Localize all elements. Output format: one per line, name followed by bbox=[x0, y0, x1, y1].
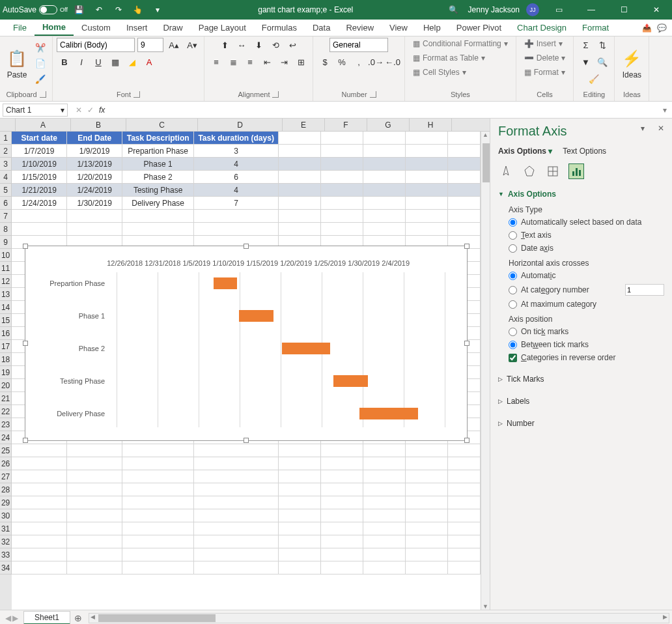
align-right-icon[interactable]: ≡ bbox=[242, 55, 258, 69]
cell[interactable] bbox=[363, 496, 406, 509]
opt-text-axis[interactable]: Text axis bbox=[509, 229, 664, 242]
cell[interactable] bbox=[279, 132, 321, 145]
row-header-30[interactable]: 30 bbox=[0, 509, 12, 522]
cell[interactable] bbox=[279, 210, 321, 223]
tab-review[interactable]: Review bbox=[338, 20, 382, 35]
cell[interactable] bbox=[448, 210, 481, 223]
cell[interactable]: 1/10/2019 bbox=[12, 158, 67, 171]
col-header-D[interactable]: D bbox=[198, 119, 283, 131]
cell[interactable]: 1/20/2019 bbox=[67, 171, 122, 184]
cell[interactable] bbox=[279, 184, 321, 197]
cell[interactable] bbox=[122, 483, 194, 496]
cell[interactable] bbox=[279, 197, 321, 210]
cell[interactable]: 7 bbox=[194, 197, 279, 210]
cell[interactable] bbox=[363, 457, 406, 470]
sheet-prev-icon[interactable]: ◀ bbox=[5, 614, 11, 623]
cell[interactable] bbox=[448, 444, 481, 457]
cell[interactable] bbox=[194, 496, 279, 509]
close-icon[interactable]: ✕ bbox=[643, 1, 669, 19]
cell[interactable] bbox=[12, 444, 67, 457]
cell[interactable] bbox=[279, 223, 321, 236]
alignment-launcher[interactable] bbox=[272, 91, 279, 98]
row-header-33[interactable]: 33 bbox=[0, 548, 12, 561]
reverse-order[interactable]: Categories in reverse order bbox=[509, 351, 664, 364]
cell[interactable] bbox=[406, 197, 448, 210]
row-header-18[interactable]: 18 bbox=[0, 353, 12, 366]
row-header-32[interactable]: 32 bbox=[0, 535, 12, 548]
cell[interactable] bbox=[122, 444, 194, 457]
cell[interactable]: 1/7/2019 bbox=[12, 145, 67, 158]
align-left-icon[interactable]: ≡ bbox=[208, 55, 224, 69]
cell[interactable] bbox=[448, 548, 481, 561]
cell[interactable] bbox=[406, 145, 448, 158]
opt-date-axis[interactable]: Date axis bbox=[509, 242, 664, 255]
cell[interactable] bbox=[448, 483, 481, 496]
cell[interactable] bbox=[406, 184, 448, 197]
cell[interactable] bbox=[12, 509, 67, 522]
row-header-16[interactable]: 16 bbox=[0, 327, 12, 340]
cell[interactable] bbox=[321, 496, 363, 509]
tab-insert[interactable]: Insert bbox=[119, 20, 156, 35]
fill-color-button[interactable]: ◢ bbox=[124, 55, 140, 69]
pane-options-icon[interactable]: ▾ bbox=[641, 124, 645, 133]
cell[interactable] bbox=[363, 522, 406, 535]
cell[interactable] bbox=[122, 548, 194, 561]
row-header-5[interactable]: 5 bbox=[0, 184, 12, 197]
cell[interactable] bbox=[194, 535, 279, 548]
search-icon[interactable]: 🔍 bbox=[446, 2, 462, 18]
col-header-F[interactable]: F bbox=[325, 119, 367, 131]
fx-icon[interactable]: fx bbox=[99, 106, 105, 115]
cell[interactable] bbox=[279, 158, 321, 171]
cell[interactable] bbox=[122, 470, 194, 483]
cell[interactable] bbox=[321, 197, 363, 210]
cell[interactable] bbox=[194, 444, 279, 457]
cell[interactable] bbox=[194, 210, 279, 223]
enter-formula-icon[interactable]: ✓ bbox=[87, 106, 94, 115]
row-header-12[interactable]: 12 bbox=[0, 275, 12, 288]
tab-home[interactable]: Home bbox=[35, 20, 74, 36]
cell[interactable]: Phase 1 bbox=[122, 158, 194, 171]
col-header-H[interactable]: H bbox=[410, 119, 452, 131]
indent-increase-icon[interactable]: ⇥ bbox=[276, 55, 292, 69]
cell[interactable] bbox=[321, 470, 363, 483]
cell[interactable] bbox=[363, 145, 406, 158]
row-header-1[interactable]: 1 bbox=[0, 132, 12, 145]
tab-data[interactable]: Data bbox=[305, 20, 338, 35]
cell[interactable] bbox=[12, 561, 67, 574]
row-header-7[interactable]: 7 bbox=[0, 210, 12, 223]
cell[interactable] bbox=[279, 470, 321, 483]
cell[interactable]: Prepartion Phase bbox=[122, 145, 194, 158]
cut-icon[interactable]: ✂️ bbox=[33, 41, 48, 55]
cell[interactable]: Delivery Phase bbox=[122, 197, 194, 210]
pos-on-tick[interactable]: On tick marks bbox=[509, 325, 664, 338]
cell[interactable] bbox=[194, 483, 279, 496]
cell-styles-button[interactable]: ▦Cell Styles ▾ bbox=[409, 66, 470, 78]
cell[interactable] bbox=[12, 223, 67, 236]
bold-button[interactable]: B bbox=[57, 55, 72, 69]
cell[interactable] bbox=[12, 457, 67, 470]
cell[interactable] bbox=[12, 522, 67, 535]
cell[interactable] bbox=[279, 483, 321, 496]
cell[interactable] bbox=[321, 561, 363, 574]
tab-file[interactable]: File bbox=[5, 20, 35, 35]
gantt-bar[interactable] bbox=[239, 310, 273, 322]
increase-decimal-icon[interactable]: .0→ bbox=[368, 55, 384, 69]
cell[interactable] bbox=[12, 496, 67, 509]
autosave-toggle[interactable]: AutoSave Off bbox=[3, 5, 68, 14]
touch-mode-icon[interactable]: 👆 bbox=[130, 2, 146, 18]
gantt-bar[interactable] bbox=[214, 277, 238, 289]
opt-auto-select[interactable]: Automatically select based on data bbox=[509, 216, 664, 229]
cell[interactable] bbox=[12, 483, 67, 496]
user-avatar[interactable]: JJ bbox=[526, 3, 539, 16]
cell[interactable] bbox=[406, 522, 448, 535]
indent-decrease-icon[interactable]: ⇤ bbox=[259, 55, 275, 69]
cell[interactable] bbox=[363, 561, 406, 574]
cell[interactable] bbox=[448, 496, 481, 509]
cell[interactable] bbox=[67, 548, 122, 561]
cell[interactable] bbox=[122, 223, 194, 236]
col-header-C[interactable]: C bbox=[126, 119, 198, 131]
worksheet-grid[interactable]: ABCDEFGH 1234567891011121314151617181920… bbox=[0, 119, 490, 610]
cell[interactable] bbox=[363, 535, 406, 548]
merge-icon[interactable]: ⊞ bbox=[293, 55, 309, 69]
horizontal-scrollbar[interactable]: ◀ ▶ bbox=[89, 613, 669, 623]
